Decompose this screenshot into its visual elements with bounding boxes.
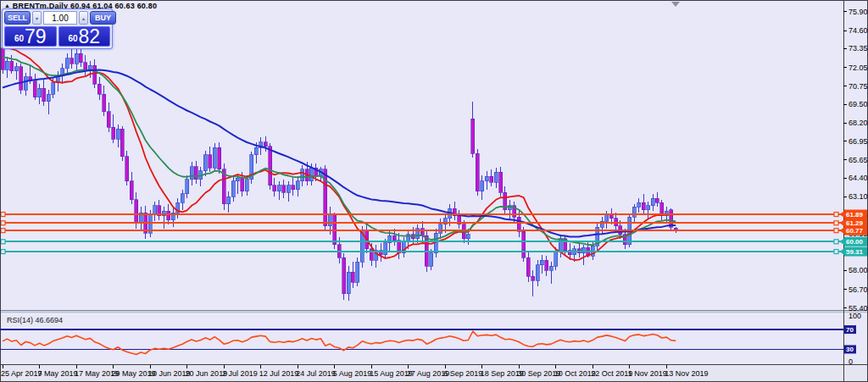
price-tick-label: 75.90 xyxy=(849,8,868,16)
time-tick-label: 10 Jun 2019 xyxy=(148,369,191,378)
sell-button[interactable]: SELL xyxy=(4,11,31,25)
ma-line-21 xyxy=(3,58,676,245)
rsi-axis-0: 0 xyxy=(849,357,853,366)
level-handle[interactable] xyxy=(1,240,5,244)
time-tick-label: 20 Jun 2019 xyxy=(186,369,228,378)
price-tick-label: 69.50 xyxy=(849,100,868,108)
price-tick-label: 64.40 xyxy=(849,174,868,182)
rsi-axis-100: 100 xyxy=(849,312,861,320)
price-tick-label: 65.65 xyxy=(849,156,868,164)
price-tick-label: 63.10 xyxy=(849,192,868,201)
level-handle[interactable] xyxy=(1,221,5,225)
volume-decrease-button[interactable]: ▾ xyxy=(32,11,42,25)
time-tick-label: 12 Jul 2019 xyxy=(259,369,299,378)
chart-shift-marker-icon[interactable] xyxy=(671,2,680,7)
level-handle[interactable] xyxy=(834,240,838,244)
buy-price-minor: 82 xyxy=(79,27,101,46)
symbol-marker-icon: ▲ xyxy=(4,3,10,8)
level-handle[interactable] xyxy=(834,221,838,225)
svg-text:60.77: 60.77 xyxy=(846,227,864,235)
volume-input[interactable] xyxy=(43,11,77,25)
sell-price-minor: 79 xyxy=(25,27,47,46)
time-tick-label: 2 Jul 2019 xyxy=(222,369,258,378)
rsi-line xyxy=(3,331,676,355)
sell-price-display[interactable]: 60 79 xyxy=(4,26,57,47)
price-tick-label: 72.05 xyxy=(849,64,868,72)
time-tick-label: 13 Nov 2019 xyxy=(665,369,708,378)
svg-text:70: 70 xyxy=(846,326,854,334)
rsi-panel: RSI(14) 46.669410007030 xyxy=(0,312,861,366)
price-tick-label: 56.70 xyxy=(849,285,868,294)
price-tick-label: 66.95 xyxy=(849,137,868,146)
level-price-tags: 61.8961.2960.7760.0059.31 xyxy=(840,210,868,257)
ma-line-12 xyxy=(3,47,676,260)
buy-button[interactable]: BUY xyxy=(90,11,116,25)
level-handle[interactable] xyxy=(1,250,5,254)
price-tick-label: 68.20 xyxy=(849,119,868,127)
level-handle[interactable] xyxy=(834,213,838,217)
buy-price-major: 60 xyxy=(68,34,77,43)
trading-chart-window: 75.9074.6073.3572.0570.7569.5068.2066.95… xyxy=(0,0,868,382)
level-handle[interactable] xyxy=(1,213,5,217)
svg-text:30: 30 xyxy=(846,346,854,353)
time-tick-label: 5 Aug 2019 xyxy=(333,369,372,378)
price-tick-label: 70.75 xyxy=(849,82,868,91)
svg-text:59.31: 59.31 xyxy=(846,248,864,256)
time-tick-label: 1 Nov 2019 xyxy=(628,369,667,378)
time-tick-label: 6 Sep 2019 xyxy=(443,369,482,378)
price-chart-canvas: 75.9074.6073.3572.0570.7569.5068.2066.95… xyxy=(0,0,868,382)
rsi-label: RSI(14) 46.6694 xyxy=(7,316,63,324)
svg-text:60.00: 60.00 xyxy=(846,238,864,246)
price-tick-label: 58.00 xyxy=(849,266,868,274)
volume-increase-button[interactable]: ▴ xyxy=(79,11,88,25)
buy-price-display[interactable]: 60 82 xyxy=(58,26,111,47)
candlestick-series xyxy=(1,44,677,302)
time-tick-label: 7 May 2019 xyxy=(38,369,78,378)
panel-separator[interactable] xyxy=(0,310,868,314)
one-click-trading-panel: SELL ▾ ▴ BUY 60 79 60 82 xyxy=(2,8,113,49)
price-tick-label: 73.35 xyxy=(849,44,868,53)
level-handle[interactable] xyxy=(834,250,838,254)
sell-price-major: 60 xyxy=(14,34,24,43)
svg-text:61.89: 61.89 xyxy=(846,211,864,219)
price-tick-label: 74.60 xyxy=(849,26,868,35)
moving-averages xyxy=(3,47,676,260)
time-tick-label: 22 Oct 2019 xyxy=(591,369,632,378)
level-handle[interactable] xyxy=(834,229,838,233)
time-tick-label: 24 Jul 2019 xyxy=(296,369,336,378)
time-tick-label: 25 Apr 2019 xyxy=(1,369,42,378)
time-tick-label: 10 Oct 2019 xyxy=(554,369,596,378)
level-handle[interactable] xyxy=(1,229,5,233)
